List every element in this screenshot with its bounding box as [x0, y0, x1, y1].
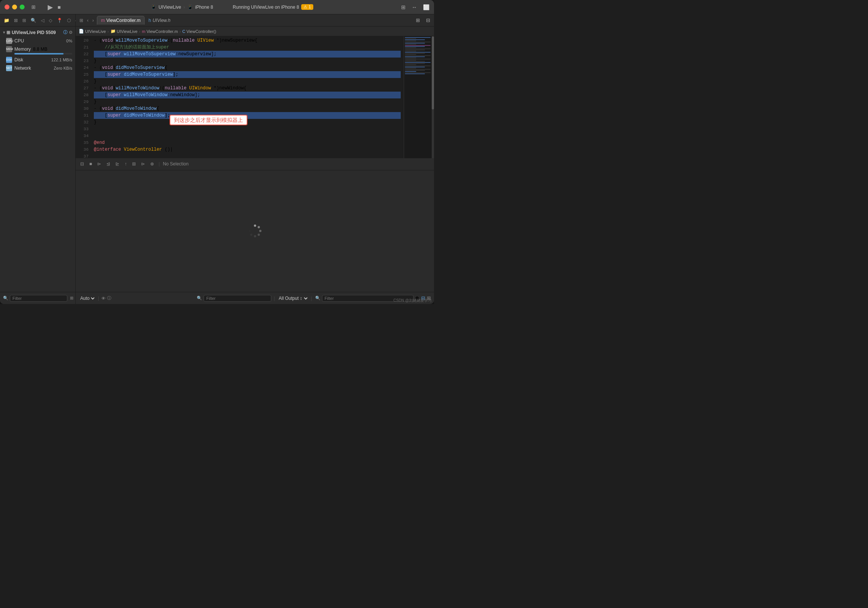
method-bc-icon: C [182, 29, 185, 34]
step-out-icon[interactable]: ⊵ [114, 161, 121, 167]
code-line-24: - (void)didMoveToSuperview{ [94, 64, 401, 71]
svg-point-6 [249, 230, 251, 232]
cpu-value: 0% [66, 39, 72, 43]
left-filter-section: Auto | 👁 ⓘ [79, 295, 194, 301]
separator: | [158, 161, 160, 167]
editor-grid-icon[interactable]: ⊞ [77, 17, 86, 24]
auto-selector[interactable]: Auto [79, 295, 96, 301]
filter-icon: 🔍 [3, 296, 8, 301]
warning-icon[interactable]: ⊠ [12, 17, 19, 24]
device-label: iPhone 8 [195, 5, 213, 10]
code-line-34 [94, 133, 401, 139]
memory-icon: MEM [6, 46, 12, 52]
code-line-22: [super willMoveToSuperview:newSuperview]… [94, 51, 401, 58]
step-over-icon[interactable]: ⊳ [96, 161, 103, 167]
scrollbar-thumb[interactable] [432, 36, 434, 109]
editor-area: ⊞ ‹ › m ViewController.m h UIView.h ⊞ ⊟ [76, 14, 434, 304]
breadcrumb-project[interactable]: 📄 UIViewLive [79, 29, 106, 34]
warning-badge: ⚠ 1 [301, 4, 313, 10]
tab-bar: ⊞ ‹ › m ViewController.m h UIView.h ⊞ ⊟ [76, 14, 434, 27]
gauge-icon[interactable]: ⊙ [69, 30, 72, 35]
tab-h-icon: h [148, 18, 151, 23]
code-line-37 [94, 153, 401, 158]
view-debug-icon[interactable]: ⊞ [131, 161, 137, 167]
svg-point-1 [257, 226, 260, 228]
bottom-footer: Auto | 👁 ⓘ 🔍 | All Output ↕ | 🔍 [76, 292, 434, 304]
code-line-35: @end [94, 139, 401, 146]
more-icon[interactable]: ⊗ [149, 161, 156, 167]
list-filter-btn[interactable]: ⊞ [69, 295, 75, 301]
network-value: Zero KB/s [54, 66, 72, 70]
info-footer-icon[interactable]: ⓘ [107, 295, 111, 301]
layout-icon[interactable]: ⬜ [423, 4, 429, 10]
sidebar-filter-input[interactable] [10, 295, 67, 302]
disk-label: Disk [14, 57, 23, 62]
test-icon[interactable]: ⬡ [65, 17, 72, 24]
folder-bc-icon: 📁 [110, 29, 116, 34]
code-line-28: [super willMoveToWindow:newWindow];5 [94, 92, 401, 98]
inspector-icon[interactable]: ↔ [412, 4, 417, 10]
info-icon[interactable]: ⓘ [63, 30, 67, 35]
network-icon: NET [6, 65, 12, 71]
svg-point-5 [250, 234, 252, 236]
split-editor-icon[interactable]: ⊞ [414, 16, 422, 24]
status-area: 📱 UIViewLive › 📱 iPhone 8 Running UIView… [63, 4, 401, 10]
location-icon[interactable]: 📍 [55, 17, 64, 24]
footer-sep-1: | [97, 296, 100, 301]
watermark: CSDN @刘姥姥爱学习 [394, 298, 432, 303]
title-bar-icons: ⊞ ↔ ⬜ [401, 4, 429, 10]
debug-icon[interactable]: ◇ [47, 17, 54, 24]
step-in-icon[interactable]: ⊴ [105, 161, 112, 167]
breadcrumb-method[interactable]: C ViewController() [182, 29, 216, 34]
tab-uiview-label: UIView.h [152, 18, 170, 23]
close-button[interactable] [5, 5, 9, 9]
split-view-icon[interactable]: ⊞ [401, 4, 406, 10]
eye-icon[interactable]: 👁 [101, 296, 106, 301]
search-icon[interactable]: 🔍 [29, 17, 38, 24]
run-button[interactable]: ▶ [45, 2, 55, 12]
disk-icon: DSK [6, 57, 12, 63]
scheme-icon: 📱 [151, 5, 156, 9]
hierarchy-icon[interactable]: ⊞ [21, 17, 28, 24]
code-editor[interactable]: 2021222324252627282930313233343536373839… [76, 36, 404, 158]
code-content[interactable]: - (void)willMoveToSuperview:(nullable UI… [91, 36, 404, 158]
folder-icon[interactable]: 📁 [2, 17, 11, 24]
tab-viewcontroller-m[interactable]: m ViewController.m [97, 16, 145, 25]
tab-back-btn[interactable]: ‹ [86, 17, 90, 24]
expand-icon: ▾ [3, 30, 5, 34]
memory-label: Memory [14, 47, 31, 52]
code-line-30: - (void)didMoveToWindow{ [94, 105, 401, 112]
minimize-button[interactable] [12, 5, 17, 9]
code-line-25: [super didMoveToSuperview];4 [94, 71, 401, 78]
maximize-button[interactable] [20, 5, 25, 9]
code-line-29: } [94, 98, 401, 105]
tab-uiview-h[interactable]: h UIView.h [145, 16, 174, 25]
breakpoint-icon[interactable]: ■ [88, 161, 93, 167]
scrollbar-track [432, 36, 434, 158]
code-line-36: @interface ViewController ()| [94, 146, 401, 153]
traffic-lights [5, 5, 25, 9]
stop-button[interactable]: ■ [55, 3, 63, 11]
console-icon[interactable]: ⊟ [79, 161, 86, 167]
output-selector[interactable]: All Output ↕ [277, 295, 309, 301]
tab-m-icon: m [101, 18, 105, 23]
svg-point-2 [259, 230, 261, 232]
breakpoint-icon[interactable]: ◁ [39, 17, 46, 24]
breadcrumb-group[interactable]: 📁 UIViewLive [110, 29, 138, 34]
footer-sep-2: | [273, 296, 275, 301]
console-filter-input[interactable] [204, 295, 271, 302]
inspector-panel-icon[interactable]: ⊟ [424, 16, 432, 24]
disk-item: DSK Disk 122.1 MB/s [0, 56, 75, 64]
filter-right-icon: 🔍 [315, 296, 320, 301]
simulate-icon[interactable]: ⊳ [140, 161, 146, 167]
sidebar-toggle-icon[interactable]: ⊞ [29, 3, 38, 11]
disk-value: 122.1 MB/s [51, 58, 72, 62]
breadcrumb-file[interactable]: m ViewController.m [142, 29, 178, 34]
code-line-23: } [94, 58, 401, 64]
device-icon: 📱 [187, 5, 193, 10]
code-line-33 [94, 126, 401, 133]
tab-forward-btn[interactable]: › [91, 17, 95, 24]
callout-text: 到这步之后才显示到模拟器上 [170, 115, 247, 125]
continue-icon[interactable]: ↑ [123, 161, 128, 167]
center-filter-section: 🔍 | All Output ↕ | [197, 295, 313, 302]
